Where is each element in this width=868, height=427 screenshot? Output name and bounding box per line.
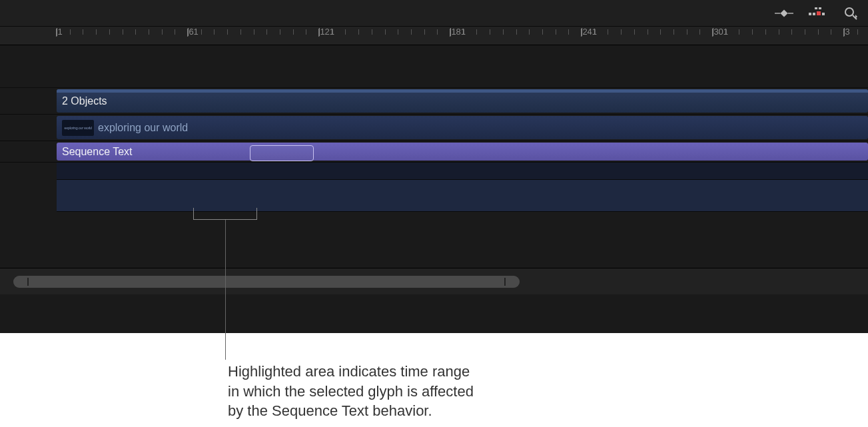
ruler-tick-minor — [385, 29, 386, 35]
ruler-tick-minor — [162, 29, 163, 35]
ruler-tick-minor — [437, 29, 438, 35]
svg-marker-1 — [780, 9, 787, 17]
ruler-tick-minor — [752, 29, 753, 35]
timeline-body: 2 Objects exploring our world exploring … — [0, 45, 868, 294]
svg-rect-6 — [822, 13, 825, 15]
ruler-tick-minor — [227, 29, 228, 35]
ruler-tick-minor — [411, 29, 412, 35]
callout-bracket — [193, 208, 257, 220]
text-track: exploring our world exploring our world — [0, 115, 868, 141]
ruler-tick-minor — [135, 29, 136, 35]
ruler-tick-minor — [857, 29, 858, 35]
search-icon[interactable] — [841, 4, 860, 23]
svg-point-9 — [845, 8, 853, 16]
ruler-tick-minor — [739, 29, 739, 35]
ruler-tick-label: |61 — [187, 27, 199, 37]
ruler-tick-minor — [831, 29, 831, 35]
ruler-tick-minor — [424, 29, 425, 35]
ruler-tick-minor — [109, 29, 110, 35]
ruler-tick-minor — [673, 29, 674, 35]
group-clip[interactable]: 2 Objects — [57, 89, 868, 113]
ruler-tick-minor — [556, 29, 556, 35]
ruler-tick-minor — [476, 29, 477, 35]
ruler-tick-minor — [516, 29, 517, 35]
ruler-tick-minor — [765, 29, 766, 35]
svg-rect-7 — [815, 7, 817, 9]
ruler-tick-minor — [779, 29, 779, 35]
ruler-tick-minor — [358, 29, 359, 35]
glyph-time-range-highlight[interactable] — [250, 145, 314, 161]
svg-rect-5 — [817, 11, 821, 15]
ruler-tick-minor — [240, 29, 241, 35]
ruler-tick-minor — [149, 29, 149, 35]
ruler-tick-minor — [266, 29, 267, 35]
behavior-clip[interactable]: Sequence Text — [57, 143, 868, 161]
behavior-clip-label: Sequence Text — [62, 146, 133, 158]
ruler-tick-minor — [83, 29, 83, 35]
ruler-tick-minor — [791, 29, 792, 35]
ruler-tick-label: |1 — [55, 27, 63, 37]
svg-rect-8 — [819, 7, 821, 9]
ruler-tick-minor — [529, 29, 530, 35]
ruler-tick-minor — [634, 29, 635, 35]
text-clip-label: exploring our world — [98, 122, 188, 134]
ruler-tick-minor — [293, 29, 294, 35]
ruler-tick-minor — [805, 29, 805, 35]
text-clip[interactable]: exploring our world exploring our world — [57, 116, 868, 139]
ruler-tick-minor — [398, 29, 398, 35]
ruler-tick-label: |3 — [843, 27, 850, 37]
ruler-tick-minor — [123, 29, 123, 35]
empty-row — [0, 212, 868, 252]
ruler-tick-minor — [687, 29, 687, 35]
ruler-tick-minor — [818, 29, 819, 35]
ruler-tick-label: |181 — [449, 27, 466, 37]
ruler-tick-minor — [503, 29, 504, 35]
ruler-tick-minor — [70, 29, 71, 35]
group-track: 2 Objects — [0, 88, 868, 115]
ruler-tick-minor — [372, 29, 372, 35]
ruler-tick-minor — [254, 29, 254, 35]
ruler-tick-minor — [648, 29, 648, 35]
ruler-tick-minor — [608, 29, 608, 35]
keyframe-toggle-icon[interactable] — [775, 4, 793, 23]
ruler-tick-label: |121 — [318, 27, 334, 37]
ruler-tick-minor — [96, 29, 97, 35]
group-clip-label: 2 Objects — [62, 95, 107, 107]
horizontal-scrollbar[interactable] — [13, 276, 520, 288]
ruler-tick-minor — [201, 29, 202, 35]
timeline-ruler[interactable]: |1|61|121|181|241|301|3 — [0, 27, 868, 45]
behaviors-toggle-icon[interactable] — [808, 4, 827, 23]
ruler-tick-minor — [306, 29, 306, 35]
timeline-spacer — [0, 45, 868, 88]
ruler-tick-minor — [568, 29, 569, 35]
ruler-tick-minor — [542, 29, 543, 35]
behavior-track: Sequence Text — [0, 141, 868, 163]
empty-track — [57, 180, 868, 212]
ruler-tick-minor — [621, 29, 622, 35]
ruler-tick-minor — [175, 29, 175, 35]
timeline-scrollbar-area — [0, 268, 868, 294]
ruler-tick-label: |301 — [711, 27, 728, 37]
ruler-tick-minor — [699, 29, 700, 35]
ruler-tick-minor — [214, 29, 215, 35]
text-clip-thumbnail: exploring our world — [62, 120, 94, 136]
horizontal-scrollbar-thumb[interactable] — [13, 276, 520, 288]
svg-rect-4 — [813, 13, 815, 15]
ruler-tick-label: |241 — [580, 27, 597, 37]
ruler-tick-minor — [660, 29, 661, 35]
empty-track — [57, 163, 868, 180]
ruler-tick-minor — [345, 29, 346, 35]
callout-line — [225, 220, 226, 360]
annotation-text: Highlighted area indicates time range in… — [228, 362, 474, 421]
ruler-tick-minor — [490, 29, 490, 35]
svg-rect-3 — [809, 13, 811, 15]
ruler-tick-minor — [280, 29, 280, 35]
timeline-toolbar — [0, 0, 868, 27]
